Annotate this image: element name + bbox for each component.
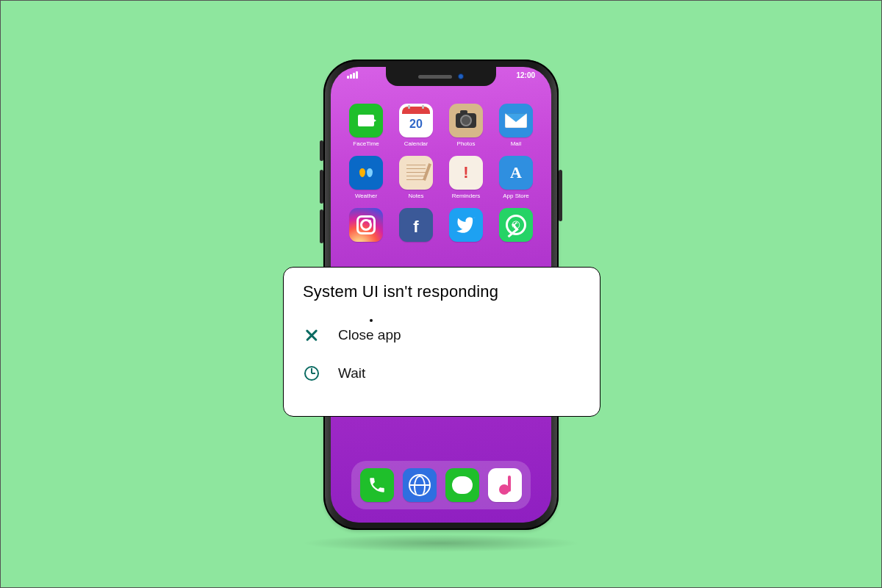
canvas: 12:00 FaceTime 20 Calendar Photos [1, 1, 881, 587]
chat-bubble-icon [452, 476, 473, 494]
app-instagram[interactable] [346, 208, 386, 245]
power-button [559, 170, 562, 221]
app-twitter[interactable] [446, 208, 486, 245]
app-photos[interactable]: Photos [446, 104, 486, 147]
calendar-header-icon [402, 107, 430, 114]
app-whatsapp[interactable]: ✆ [496, 208, 536, 245]
app-appstore[interactable]: A App Store [496, 156, 536, 199]
app-calendar[interactable]: 20 Calendar [396, 104, 436, 147]
speaker-grille [418, 75, 452, 79]
phone-handset-icon [368, 476, 387, 495]
app-label: Photos [457, 140, 476, 147]
status-bar-time: 12:00 [516, 71, 535, 80]
facebook-icon: f [399, 208, 433, 242]
app-label: FaceTime [353, 140, 379, 147]
dock-phone[interactable] [360, 468, 394, 502]
weather-icon [359, 168, 373, 177]
app-facebook[interactable]: f [396, 208, 436, 245]
app-notes[interactable]: Notes [396, 156, 436, 199]
volume-down-button [320, 209, 323, 243]
wait-option[interactable]: Wait [303, 354, 581, 392]
app-label: Mail [511, 140, 522, 147]
signal-icon [347, 71, 359, 80]
close-icon [303, 326, 320, 344]
volume-up-button [320, 170, 323, 204]
silent-switch [320, 140, 323, 161]
app-weather[interactable]: Weather [346, 156, 386, 199]
app-label: App Store [503, 193, 529, 199]
app-label: Weather [355, 193, 377, 199]
app-label: Calendar [404, 140, 428, 147]
close-app-label: Close app [338, 327, 401, 343]
dock [351, 461, 531, 509]
app-label: Notes [409, 193, 424, 199]
notch [386, 67, 496, 86]
app-grid: FaceTime 20 Calendar Photos Mail [331, 104, 551, 245]
globe-icon [409, 474, 431, 496]
dock-safari[interactable] [403, 468, 437, 502]
anr-dialog: System UI isn't responding Close app Wai… [283, 267, 600, 417]
front-camera [458, 74, 464, 79]
dialog-title: System UI isn't responding [303, 282, 581, 301]
wait-label: Wait [338, 365, 365, 381]
calendar-day-number: 20 [402, 114, 430, 135]
app-mail[interactable]: Mail [496, 104, 536, 147]
app-facetime[interactable]: FaceTime [346, 104, 386, 147]
decorative-dot [370, 319, 373, 322]
dock-music[interactable] [488, 468, 522, 502]
instagram-icon [356, 215, 376, 234]
music-note-icon [499, 476, 511, 495]
app-reminders[interactable]: ! Reminders [446, 156, 486, 199]
video-camera-icon [358, 115, 374, 126]
camera-icon [456, 113, 476, 128]
envelope-icon [505, 113, 527, 128]
app-label: Reminders [452, 193, 481, 199]
notes-icon [406, 165, 426, 181]
clock-icon [303, 365, 320, 382]
dock-messages[interactable] [445, 468, 479, 502]
twitter-bird-icon [456, 215, 476, 235]
close-app-option[interactable]: Close app [303, 316, 581, 354]
